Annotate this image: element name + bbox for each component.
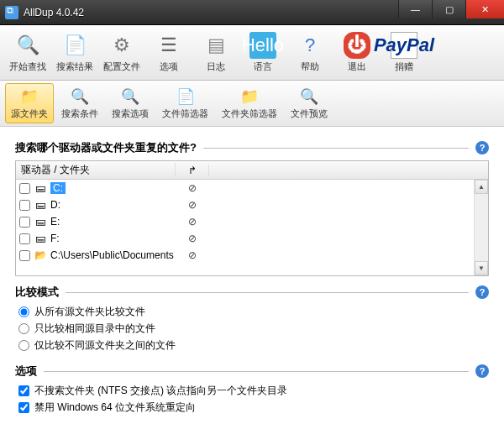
compare-radio[interactable] xyxy=(18,340,29,351)
folder-filter-tab-icon: 📁 xyxy=(238,86,261,107)
table-header: 驱动器 / 文件夹 ↱ xyxy=(16,161,488,180)
table-body: 🖴C:⊘🖴D:⊘🖴E:⊘🖴F:⊘📂C:\Users\Public\Documen… xyxy=(16,180,488,264)
search-options-tab[interactable]: 🔍搜索选项 xyxy=(106,83,155,123)
search-results-button-icon: 📄 xyxy=(61,32,88,59)
file-preview-tab[interactable]: 🔍文件预览 xyxy=(285,83,333,123)
main-toolbar: 🔍开始查找📄搜索结果⚙配置文件☰选项▤日志Hello语言?帮助⏻退出PayPal… xyxy=(0,25,504,81)
table-row[interactable]: 🖴E:⊘ xyxy=(16,213,488,230)
language-button-icon: Hello xyxy=(249,32,276,59)
drive-label: C: xyxy=(50,182,66,194)
compare-section-header: 比较模式 ? xyxy=(15,285,489,300)
tab-bar: 📁源文件夹🔍搜索条件🔍搜索选项📄文件筛选器📁文件夹筛选器🔍文件预览 xyxy=(0,81,504,127)
search-results-button[interactable]: 📄搜索结果 xyxy=(52,29,97,76)
divider xyxy=(203,148,469,149)
profiles-button[interactable]: ⚙配置文件 xyxy=(99,29,144,76)
column-mark[interactable]: ↱ xyxy=(176,165,209,176)
log-button[interactable]: ▤日志 xyxy=(193,29,239,76)
option-label: 不搜索文件夹 (NTFS 交接点) 该点指向另一个文件夹目录 xyxy=(34,384,287,398)
options-heading: 选项 xyxy=(15,364,37,379)
toolbar-label: 搜索结果 xyxy=(56,60,93,73)
row-checkbox[interactable] xyxy=(19,200,30,211)
drive-label: E: xyxy=(50,216,60,228)
option-item[interactable]: 不搜索文件夹 (NTFS 交接点) 该点指向另一个文件夹目录 xyxy=(18,384,489,398)
drive-label: C:\Users\Public\Documents xyxy=(50,249,174,261)
drive-icon: 🖴 xyxy=(34,216,47,228)
drive-icon: 🖴 xyxy=(34,233,47,244)
row-checkbox[interactable] xyxy=(19,233,30,244)
table-row[interactable]: 🖴F:⊘ xyxy=(16,230,488,247)
compare-option[interactable]: 仅比较不同源文件夹之间的文件 xyxy=(18,338,489,353)
app-icon xyxy=(5,6,18,19)
options-button[interactable]: ☰选项 xyxy=(146,29,192,76)
profiles-button-icon: ⚙ xyxy=(108,32,135,59)
compare-radio[interactable] xyxy=(18,306,29,317)
scroll-down-icon[interactable]: ▼ xyxy=(475,261,488,275)
toolbar-label: 帮助 xyxy=(301,60,319,73)
tab-label: 搜索选项 xyxy=(112,107,149,120)
option-checkbox[interactable] xyxy=(18,385,29,396)
minimize-button[interactable]: — xyxy=(398,0,432,18)
table-row[interactable]: 📂C:\Users\Public\Documents⊘ xyxy=(16,247,488,264)
help-icon[interactable]: ? xyxy=(475,364,489,378)
donate-button-icon: PayPal xyxy=(391,32,417,59)
option-checkbox[interactable] xyxy=(18,402,29,413)
compare-option[interactable]: 从所有源文件夹比较文件 xyxy=(18,305,489,319)
tab-label: 文件筛选器 xyxy=(162,107,208,120)
tab-label: 文件预览 xyxy=(291,107,328,120)
start-search-button[interactable]: 🔍开始查找 xyxy=(5,29,50,76)
compare-radio[interactable] xyxy=(18,323,29,334)
compare-option[interactable]: 只比较相同源目录中的文件 xyxy=(18,322,489,336)
window-controls: — ▢ ✕ xyxy=(398,0,504,24)
row-checkbox[interactable] xyxy=(19,183,30,194)
search-criteria-tab-icon: 🔍 xyxy=(68,86,92,107)
toolbar-label: 退出 xyxy=(348,60,366,73)
folder-filter-tab[interactable]: 📁文件夹筛选器 xyxy=(216,83,283,123)
source-folders-tab-icon: 📁 xyxy=(18,86,41,107)
help-icon[interactable]: ? xyxy=(475,285,489,299)
toolbar-label: 语言 xyxy=(254,60,272,73)
file-preview-tab-icon: 🔍 xyxy=(297,86,321,107)
maximize-button[interactable]: ▢ xyxy=(432,0,465,18)
option-item[interactable]: 禁用 Windows 64 位文件系统重定向 xyxy=(18,400,489,415)
option-label: 禁用 Windows 64 位文件系统重定向 xyxy=(34,400,196,415)
scrollbar[interactable]: ▲ ▼ xyxy=(474,180,488,275)
tab-label: 文件夹筛选器 xyxy=(222,107,277,120)
divider xyxy=(66,292,469,293)
options-section-header: 选项 ? xyxy=(15,364,489,379)
row-mark: ⊘ xyxy=(176,182,209,194)
language-button[interactable]: Hello语言 xyxy=(240,29,286,76)
table-row[interactable]: 🖴D:⊘ xyxy=(16,196,488,213)
close-button[interactable]: ✕ xyxy=(465,0,504,18)
drives-section-header: 搜索哪个驱动器或文件夹重复的文件? ? xyxy=(15,140,489,155)
row-checkbox[interactable] xyxy=(19,250,30,261)
drive-label: D: xyxy=(50,199,60,211)
search-criteria-tab[interactable]: 🔍搜索条件 xyxy=(55,83,104,123)
drive-icon: 🖴 xyxy=(34,199,47,211)
toolbar-label: 捐赠 xyxy=(395,60,413,73)
drive-icon: 📂 xyxy=(34,249,47,261)
row-mark: ⊘ xyxy=(176,233,209,244)
exit-button[interactable]: ⏻退出 xyxy=(334,29,380,76)
drives-table: 驱动器 / 文件夹 ↱ 🖴C:⊘🖴D:⊘🖴E:⊘🖴F:⊘📂C:\Users\Pu… xyxy=(15,160,489,276)
log-button-icon: ▤ xyxy=(202,32,229,59)
column-drive[interactable]: 驱动器 / 文件夹 xyxy=(16,163,176,177)
help-button[interactable]: ?帮助 xyxy=(287,29,333,76)
source-folders-tab[interactable]: 📁源文件夹 xyxy=(5,83,54,123)
toolbar-label: 选项 xyxy=(160,60,178,73)
donate-button[interactable]: PayPal捐赠 xyxy=(381,29,427,76)
drive-icon: 🖴 xyxy=(34,182,47,194)
row-mark: ⊘ xyxy=(176,199,209,211)
divider xyxy=(44,371,469,372)
help-icon[interactable]: ? xyxy=(475,141,489,154)
search-options-tab-icon: 🔍 xyxy=(118,86,142,107)
start-search-button-icon: 🔍 xyxy=(14,32,41,59)
options-button-icon: ☰ xyxy=(155,32,182,59)
file-filter-tab[interactable]: 📄文件筛选器 xyxy=(156,83,214,123)
compare-label: 仅比较不同源文件夹之间的文件 xyxy=(34,338,176,353)
row-checkbox[interactable] xyxy=(19,217,30,228)
window-title: AllDup 4.0.42 xyxy=(24,7,398,18)
compare-label: 从所有源文件夹比较文件 xyxy=(34,305,145,319)
table-row[interactable]: 🖴C:⊘ xyxy=(16,180,488,196)
compare-label: 只比较相同源目录中的文件 xyxy=(34,322,155,336)
scroll-up-icon[interactable]: ▲ xyxy=(475,180,488,194)
